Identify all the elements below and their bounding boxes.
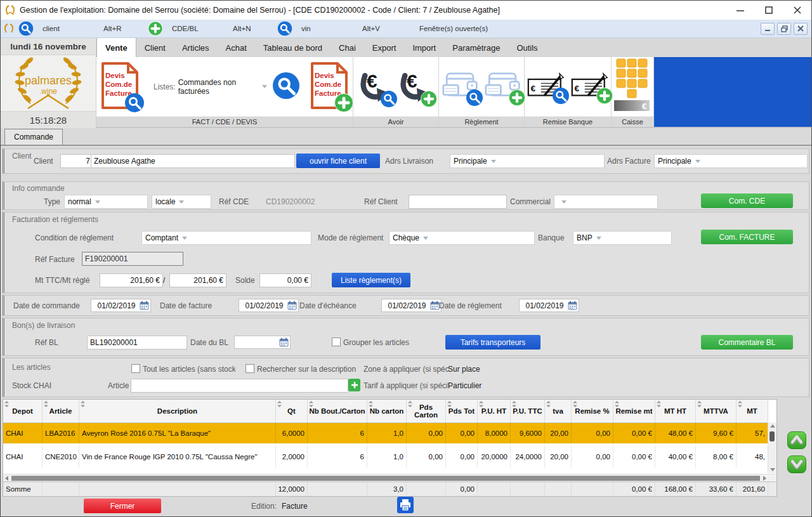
table-cell: 8,0000 bbox=[478, 423, 511, 443]
table-row-1[interactable]: CHAICNE2010Vin de France Rouge IGP 2010 … bbox=[3, 445, 768, 468]
minimize-button[interactable] bbox=[726, 1, 754, 20]
edition-value[interactable]: Facture bbox=[282, 502, 308, 511]
column-header-7[interactable]: Pds Tot bbox=[446, 400, 478, 422]
column-header-10[interactable]: tva bbox=[545, 400, 572, 422]
article-search-input[interactable] bbox=[131, 379, 348, 393]
move-up-button[interactable] bbox=[787, 431, 806, 449]
listes-select[interactable]: Commandes non facturées bbox=[178, 78, 256, 96]
search-client-icon[interactable] bbox=[18, 21, 34, 36]
add-cde-icon[interactable] bbox=[148, 21, 163, 36]
column-header-4[interactable]: Nb Bout./Carton bbox=[308, 400, 367, 422]
column-header-1[interactable]: Article bbox=[43, 400, 79, 422]
type-select[interactable]: normal bbox=[64, 195, 148, 209]
commentaire-bl-button[interactable]: Commentaire BL bbox=[701, 335, 793, 350]
banque-select[interactable]: BNP bbox=[573, 231, 672, 245]
solde-input[interactable]: 0,00 € bbox=[259, 273, 311, 287]
quick-vin-label[interactable]: vin bbox=[301, 25, 362, 32]
menu-tab-articles[interactable]: Articles bbox=[174, 38, 218, 57]
menu-tab-vente[interactable]: Vente bbox=[96, 38, 136, 57]
tout-articles-checkbox[interactable] bbox=[131, 364, 140, 373]
zone-select[interactable]: locale bbox=[152, 195, 211, 209]
date-reglement-input[interactable]: 01/02/2019 bbox=[519, 299, 579, 312]
date-bl-input[interactable] bbox=[234, 336, 291, 349]
tab-commande[interactable]: Commande bbox=[4, 129, 63, 145]
column-header-5[interactable]: Nb carton bbox=[367, 400, 407, 422]
remise-new-button[interactable]: € bbox=[571, 71, 609, 103]
print-button[interactable] bbox=[397, 497, 414, 513]
quick-cde-label[interactable]: CDE/BL bbox=[172, 25, 233, 32]
menu-tab-chai[interactable]: Chai bbox=[331, 38, 364, 57]
avoir-new-button[interactable]: € bbox=[399, 68, 433, 106]
caisse-button[interactable]: € bbox=[614, 58, 651, 116]
mdi-minimize-button[interactable] bbox=[761, 23, 775, 35]
menu-tab-import[interactable]: Import bbox=[404, 38, 444, 57]
search-document-button[interactable]: Devis Com.de Facture bbox=[101, 62, 139, 112]
move-down-button[interactable] bbox=[787, 455, 806, 473]
adrs-facture-select[interactable]: Principale bbox=[654, 154, 808, 168]
search-vin-icon[interactable] bbox=[277, 21, 292, 36]
date-echeance-input[interactable]: 01/02/2019 bbox=[381, 299, 442, 312]
ref-facture-input[interactable]: F190200001 bbox=[82, 252, 183, 266]
ref-client-input[interactable] bbox=[409, 195, 507, 209]
menu-tab-achat[interactable]: Achat bbox=[218, 38, 255, 57]
mt-ttc-input[interactable]: 201,60 € bbox=[100, 273, 163, 287]
quick-client-label[interactable]: client bbox=[43, 25, 103, 32]
home-icon[interactable] bbox=[3, 23, 15, 34]
client-code-input[interactable]: 7 bbox=[60, 154, 93, 168]
column-header-6[interactable]: Pds Carton bbox=[407, 400, 446, 422]
rechercher-checkbox[interactable] bbox=[246, 364, 254, 373]
horizontal-scroll-thumb[interactable] bbox=[11, 476, 760, 481]
column-header-9[interactable]: P.U. TTC bbox=[511, 400, 545, 422]
maximize-button[interactable] bbox=[754, 1, 783, 20]
mt-regle-input[interactable]: 201,60 € bbox=[169, 273, 226, 287]
close-button[interactable] bbox=[783, 1, 811, 20]
tarifs-transporteurs-button[interactable]: Tarifs transporteurs bbox=[445, 335, 540, 350]
mdi-restore-button[interactable] bbox=[777, 23, 791, 35]
open-client-button[interactable]: ouvrir fiche client bbox=[296, 154, 380, 168]
column-header-8[interactable]: P.U. HT bbox=[478, 400, 511, 422]
scroll-up-icon[interactable] bbox=[770, 424, 775, 428]
vertical-scroll-thumb[interactable] bbox=[769, 431, 775, 442]
column-header-14[interactable]: MTTVA bbox=[696, 400, 737, 422]
column-header-13[interactable]: MT HT bbox=[655, 400, 696, 422]
reglement-search-button[interactable] bbox=[442, 69, 479, 105]
menu-tab-parametrage[interactable]: Paramètrage bbox=[444, 38, 508, 57]
column-header-0[interactable]: Depot bbox=[3, 400, 43, 422]
open-windows-label[interactable]: Fenêtre(s) ouverte(s) bbox=[419, 25, 488, 32]
ref-bl-input[interactable]: BL190200001 bbox=[87, 336, 187, 350]
reglement-new-button[interactable] bbox=[485, 69, 521, 105]
column-header-11[interactable]: Remise % bbox=[572, 400, 613, 422]
adrs-livraison-select[interactable]: Principale bbox=[450, 154, 605, 168]
mdi-close-button[interactable] bbox=[794, 23, 808, 35]
scroll-down-icon[interactable] bbox=[770, 468, 775, 471]
vertical-scrollbar[interactable] bbox=[768, 422, 776, 473]
avoir-search-button[interactable]: € bbox=[359, 68, 393, 106]
table-row-0[interactable]: CHAILBA2016Aveyron Rosé 2016 0.75L "La B… bbox=[3, 423, 768, 445]
mode-select[interactable]: Chèque bbox=[389, 231, 535, 245]
commercial-select[interactable] bbox=[554, 195, 658, 209]
add-article-button[interactable] bbox=[348, 379, 360, 391]
remise-search-button[interactable]: € bbox=[527, 71, 565, 103]
scroll-left-icon[interactable] bbox=[5, 476, 8, 481]
scroll-right-icon[interactable] bbox=[763, 476, 766, 481]
date-facture-input[interactable]: 01/02/2019 bbox=[239, 299, 299, 312]
date-commande-input[interactable]: 01/02/2019 bbox=[91, 299, 151, 312]
column-header-3[interactable]: Qt bbox=[276, 400, 308, 422]
grouper-checkbox[interactable] bbox=[332, 337, 341, 346]
menu-tab-tableau-de-bord[interactable]: Tableau de bord bbox=[255, 38, 331, 57]
liste-reglements-button[interactable]: Liste règlement(s) bbox=[332, 273, 410, 287]
column-header-2[interactable]: Description bbox=[79, 400, 276, 422]
client-name-input[interactable]: Zeublouse Agathe bbox=[91, 154, 295, 168]
com-cde-button[interactable]: Com. CDE bbox=[701, 193, 793, 208]
menu-tab-outils[interactable]: Outils bbox=[508, 38, 546, 57]
column-header-15[interactable]: MT bbox=[737, 400, 768, 422]
com-facture-button[interactable]: Com. FACTURE bbox=[701, 230, 793, 244]
menu-tab-client[interactable]: Client bbox=[136, 38, 174, 57]
menu-tab-export[interactable]: Export bbox=[364, 38, 405, 57]
column-header-12[interactable]: Remise mt bbox=[613, 400, 655, 422]
search-commandes-button[interactable] bbox=[273, 72, 299, 101]
condition-select[interactable]: Comptant bbox=[141, 231, 311, 245]
fermer-button[interactable]: Fermer bbox=[84, 499, 161, 513]
horizontal-scrollbar[interactable] bbox=[3, 474, 776, 481]
new-document-button[interactable]: Devis Com.de Facture bbox=[310, 62, 348, 112]
